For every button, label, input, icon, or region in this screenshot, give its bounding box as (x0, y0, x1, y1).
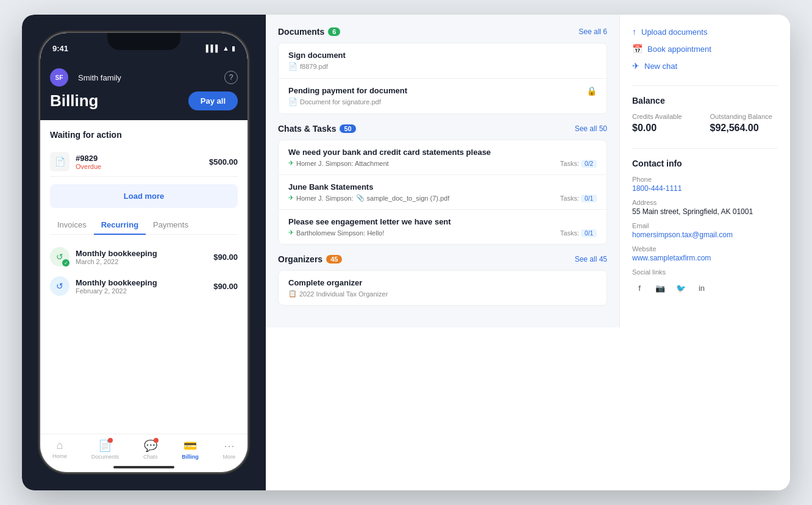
org-icon-1: 📋 (288, 290, 297, 298)
chat-tasks-1: Tasks: 0/2 (560, 160, 597, 167)
phone-status-icons: ▌▌▌ ▲ ▮ (206, 45, 235, 52)
contact-title: Contact info (632, 159, 778, 168)
main-content: Documents 6 See all 6 Sign document 📄 f8… (266, 15, 790, 328)
chat-item-3: Please see engagement letter we have sen… (279, 210, 607, 244)
send-icon-2: ✈ (288, 194, 294, 202)
tab-recurring[interactable]: Recurring (94, 215, 146, 234)
waiting-for-action-title: Waiting for action (50, 130, 238, 140)
recurring-amount-2: $90.00 (213, 282, 238, 291)
lock-icon: 🔒 (586, 86, 597, 96)
sender-text-1: Homer J. Simpson: Attachment (296, 160, 389, 167)
doc-item-row-2: Pending payment for document 📄 Document … (288, 86, 597, 106)
credits-available: Credits Available $0.00 (632, 113, 700, 134)
pdf-icon-1: 📄 (288, 62, 297, 71)
recurring-name-1: Monthly bookkeeping (76, 249, 207, 258)
calendar-icon: 📅 (632, 44, 643, 54)
organizers-see-all[interactable]: See all 45 (575, 255, 607, 263)
chat-tasks-2: Tasks: 0/1 (560, 195, 597, 202)
recurring-item-1: ↺✓ Monthly bookkeeping March 2, 2022 $90… (50, 242, 238, 271)
contact-email: Email homersimpson.tax@gmail.com (632, 222, 778, 239)
doc-filename-2: Document for signature.pdf (300, 98, 381, 106)
recurring-item-2: ↺ Monthly bookkeeping February 2, 2022 $… (50, 271, 238, 301)
org-item-1: Complete organizer 📋 2022 Individual Tax… (279, 271, 607, 305)
book-appointment-label: Book appointment (647, 45, 711, 54)
book-appointment-link[interactable]: 📅 Book appointment (632, 44, 778, 54)
contact-phone: Phone 1800-444-1111 (632, 176, 778, 193)
chats-badge (154, 438, 158, 443)
social-links: f 📷 🐦 in (632, 281, 778, 295)
upload-icon: ↑ (632, 27, 636, 37)
right-panel: ↑ Upload documents 📅 Book appointment ✈ … (619, 15, 790, 328)
phone-header: SF Smith family ? Billing Pay all (40, 63, 248, 120)
invoice-row: 📄 #9829 Overdue $500.00 (50, 147, 238, 177)
chat-sender-3: ✈ Bartholomew Simpson: Hello! (288, 229, 384, 237)
phone-wrapper: 9:41 ▌▌▌ ▲ ▮ SF Smith family ? Billin (22, 15, 266, 490)
chats-label: Chats (143, 454, 158, 460)
chats-section-title: Chats & Tasks 50 (278, 124, 356, 134)
outstanding-value: $92,564.00 (710, 123, 778, 134)
wifi-icon: ▲ (223, 45, 229, 52)
twitter-icon[interactable]: 🐦 (674, 281, 688, 295)
chat-meta-1: ✈ Homer J. Simpson: Attachment Tasks: 0/… (288, 159, 597, 167)
documents-count-badge: 6 (328, 27, 340, 36)
tab-invoices[interactable]: Invoices (50, 215, 94, 234)
chats-title-text: Chats & Tasks (278, 124, 336, 134)
organizers-section-header: Organizers 45 See all 45 (278, 254, 607, 264)
doc-file-1: 📄 f8879.pdf (288, 62, 597, 71)
contact-address: Address 55 Main street, Springfield, AK … (632, 199, 778, 216)
recurring-icon-pending: ↺ (50, 276, 69, 296)
instagram-icon[interactable]: 📷 (653, 281, 668, 295)
phone-value[interactable]: 1800-444-1111 (632, 184, 778, 193)
load-more-button[interactable]: Load more (50, 184, 238, 208)
linkedin-icon[interactable]: in (694, 281, 709, 295)
contact-website: Website www.sampletaxfirm.com (632, 245, 778, 262)
organizers-count-badge: 45 (326, 255, 342, 263)
sender-text-2: Homer J. Simpson: (296, 195, 354, 202)
recurring-icon-paid: ↺✓ (50, 247, 69, 267)
chat-item-1: We need your bank and credit card statem… (279, 140, 607, 175)
nav-home[interactable]: ⌂ Home (52, 439, 67, 460)
send-icon-1: ✈ (288, 159, 294, 167)
documents-see-all[interactable]: See all 6 (579, 27, 607, 36)
recurring-info-1: Monthly bookkeeping March 2, 2022 (76, 249, 207, 265)
avatar: SF (50, 68, 68, 87)
upload-documents-link[interactable]: ↑ Upload documents (632, 27, 778, 37)
pay-all-button[interactable]: Pay all (188, 91, 238, 110)
tasks-badge-2: 0/1 (581, 195, 597, 202)
email-value[interactable]: homersimpson.tax@gmail.com (632, 231, 778, 239)
nav-billing[interactable]: 💳 Billing (182, 439, 199, 460)
documents-title-text: Documents (278, 27, 324, 37)
website-value[interactable]: www.sampletaxfirm.com (632, 254, 778, 262)
tasks-badge-3: 0/1 (581, 229, 597, 237)
recurring-date-1: March 2, 2022 (76, 258, 207, 265)
chat-title-1: We need your bank and credit card statem… (288, 148, 597, 157)
chat-meta-3: ✈ Bartholomew Simpson: Hello! Tasks: 0/1 (288, 229, 597, 237)
home-icon: ⌂ (56, 439, 63, 452)
doc-content-2: Pending payment for document 📄 Document … (288, 86, 407, 106)
outstanding-balance: Outstanding Balance $92,564.00 (710, 113, 778, 134)
chat-tasks-3: Tasks: 0/1 (560, 229, 597, 237)
new-chat-label: New chat (644, 62, 677, 71)
new-chat-link[interactable]: ✈ New chat (632, 61, 778, 71)
chat-send-icon: ✈ (632, 61, 639, 71)
balance-title: Balance (632, 96, 778, 106)
balance-grid: Credits Available $0.00 Outstanding Bala… (632, 113, 778, 134)
chats-see-all[interactable]: See all 50 (575, 124, 607, 133)
help-icon[interactable]: ? (224, 71, 238, 84)
documents-label: Documents (91, 454, 119, 460)
nav-documents[interactable]: 📄 Documents (91, 439, 119, 460)
chats-section-header: Chats & Tasks 50 See all 50 (278, 124, 607, 134)
phone-notch (107, 33, 180, 50)
tab-payments[interactable]: Payments (146, 215, 196, 234)
doc-item-1: Sign document 📄 f8879.pdf (279, 43, 607, 79)
phone-status-bar: 9:41 ▌▌▌ ▲ ▮ (40, 33, 248, 63)
recurring-amount-1: $90.00 (213, 253, 238, 262)
recurring-date-2: February 2, 2022 (76, 287, 207, 295)
doc-item-2: Pending payment for document 📄 Document … (279, 79, 607, 113)
right-actions: ↑ Upload documents 📅 Book appointment ✈ … (632, 27, 778, 71)
facebook-icon[interactable]: f (632, 281, 647, 295)
outstanding-label: Outstanding Balance (710, 113, 778, 120)
nav-chats[interactable]: 💬 Chats (143, 439, 158, 460)
nav-more[interactable]: ⋯ More (223, 439, 236, 460)
chat-sender-2: ✈ Homer J. Simpson: 📎 sample_doc_to_sign… (288, 194, 449, 202)
